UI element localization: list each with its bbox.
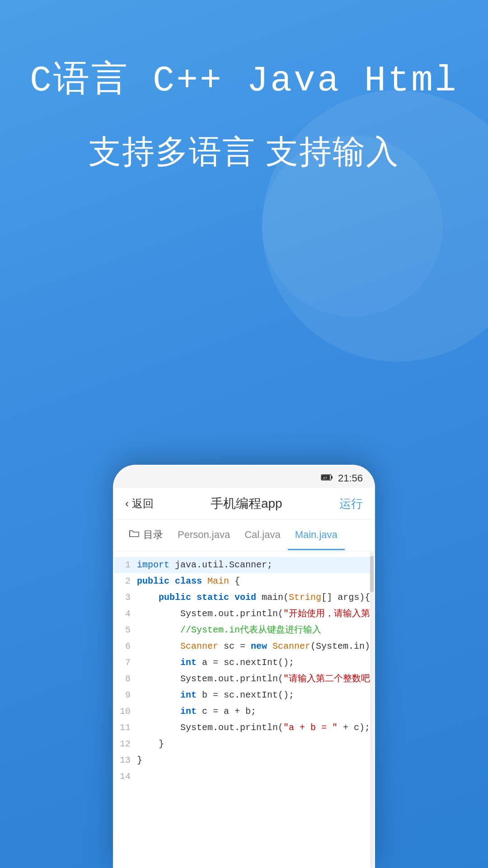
line-content-7: int a = sc.nextInt(); <box>137 656 374 670</box>
line-num-13: 13 <box>114 754 137 767</box>
code-line-14: 14 <box>114 769 374 785</box>
line-num-12: 12 <box>114 737 137 751</box>
status-time: 21:56 <box>338 472 363 484</box>
scrollbar-track[interactable] <box>370 552 374 868</box>
line-content-13: } <box>137 754 374 767</box>
back-button[interactable]: ‹ 返回 <box>125 496 154 511</box>
code-line-7: 7 int a = sc.nextInt(); <box>114 655 374 671</box>
app-header: ‹ 返回 手机编程app 运行 <box>114 488 374 520</box>
tab-person-java[interactable]: Person.java <box>170 521 237 550</box>
line-content-9: int b = sc.nextInt(); <box>137 689 374 702</box>
phone-container: 27 21:56 ‹ 返回 手机编程app 运行 目录 <box>113 465 375 868</box>
line-content-4: System.out.println("开始使用，请输入第一个整数吧。"); <box>137 607 374 621</box>
line-num-3: 3 <box>114 591 137 604</box>
run-button[interactable]: 运行 <box>339 496 363 512</box>
svg-text:27: 27 <box>323 476 327 480</box>
scrollbar-thumb[interactable] <box>370 556 374 592</box>
code-line-5: 5 //System.in代表从键盘进行输入 <box>114 622 374 638</box>
code-line-2: 2 public class Main { <box>114 573 374 590</box>
code-line-4: 4 System.out.println("开始使用，请输入第一个整数吧。"); <box>114 606 374 622</box>
svg-rect-1 <box>331 476 333 479</box>
line-content-10: int c = a + b; <box>137 705 374 718</box>
code-line-13: 13 } <box>114 752 374 769</box>
app-title: 手机编程app <box>211 495 282 512</box>
line-num-11: 11 <box>114 721 137 735</box>
line-content-6: Scanner sc = new Scanner(System.in); <box>137 640 374 653</box>
line-num-7: 7 <box>114 656 137 670</box>
line-num-14: 14 <box>114 770 137 783</box>
line-num-4: 4 <box>114 607 137 621</box>
line-num-10: 10 <box>114 705 137 718</box>
tab-main-java[interactable]: Main.java <box>288 521 345 550</box>
tab-directory[interactable]: 目录 <box>122 520 170 551</box>
phone-mockup: 27 21:56 ‹ 返回 手机编程app 运行 目录 <box>113 465 375 868</box>
line-num-1: 1 <box>114 558 137 572</box>
line-content-8: System.out.println("请输入第二个整数吧。"); <box>137 672 374 686</box>
code-line-1: 1 import java.util.Scanner; <box>114 557 374 573</box>
directory-icon <box>129 529 140 541</box>
line-num-5: 5 <box>114 623 137 637</box>
line-num-2: 2 <box>114 575 137 588</box>
line-content-5: //System.in代表从键盘进行输入 <box>137 623 374 637</box>
tab-bar: 目录 Person.java Cal.java Main.java <box>114 520 374 552</box>
code-line-9: 9 int b = sc.nextInt(); <box>114 687 374 703</box>
line-content-11: System.out.println("a + b = " + c); <box>137 721 374 735</box>
code-line-11: 11 System.out.println("a + b = " + c); <box>114 720 374 736</box>
line-content-3: public static void main(String[] args){ <box>137 591 374 604</box>
line-num-6: 6 <box>114 640 137 653</box>
line-content-12: } <box>137 737 374 751</box>
tab-cal-java[interactable]: Cal.java <box>237 521 287 550</box>
code-editor[interactable]: 1 import java.util.Scanner; 2 public cla… <box>114 552 374 868</box>
code-line-10: 10 int c = a + b; <box>114 703 374 720</box>
battery-icon: 27 <box>321 473 333 484</box>
line-content-1: import java.util.Scanner; <box>137 558 374 572</box>
line-num-8: 8 <box>114 672 137 686</box>
code-line-12: 12 } <box>114 736 374 752</box>
code-line-6: 6 Scanner sc = new Scanner(System.in); <box>114 638 374 655</box>
line-content-2: public class Main { <box>137 575 374 588</box>
status-bar: 27 21:56 <box>114 466 374 488</box>
code-line-8: 8 System.out.println("请输入第二个整数吧。"); <box>114 671 374 687</box>
code-line-3: 3 public static void main(String[] args)… <box>114 590 374 606</box>
bg-decoration-2 <box>262 136 443 316</box>
line-num-9: 9 <box>114 689 137 702</box>
